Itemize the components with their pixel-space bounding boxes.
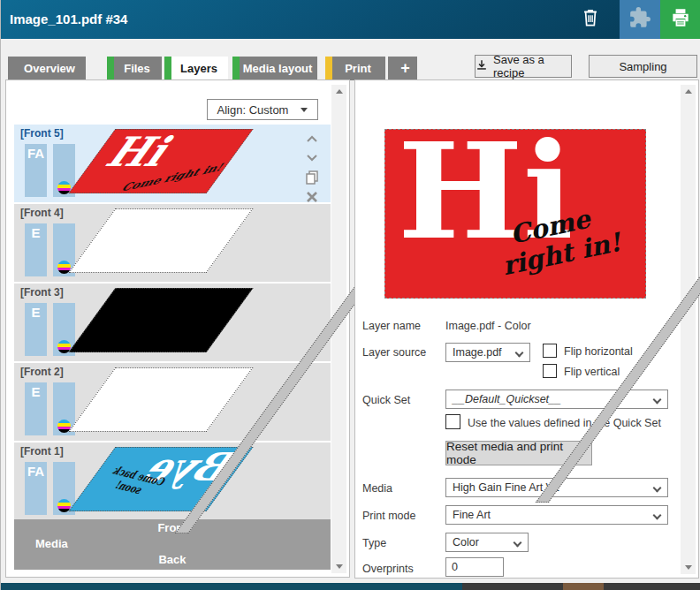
flip-horizontal-checkbox[interactable] [543, 344, 557, 358]
flip-vertical-label: Flip vertical [564, 366, 620, 378]
tab-files[interactable]: Files [107, 57, 162, 80]
add-tab-button[interactable]: + [388, 57, 417, 80]
media-field-label: Media [362, 482, 392, 495]
move-down-icon[interactable] [304, 149, 320, 167]
window-bottom-edge-teal [1, 583, 462, 590]
print-mode-bar: FA [25, 462, 47, 515]
plus-icon: + [395, 59, 410, 78]
tab-files-label: Files [118, 62, 150, 75]
type-value: Color [453, 536, 479, 548]
media-sides-indicator: Front Media Back [14, 519, 331, 570]
align-dropdown[interactable]: Align: Custom [207, 99, 318, 120]
trash-icon [579, 6, 602, 33]
tab-media-layout-label: Media layout [238, 62, 313, 75]
layer-item-front4[interactable]: [Front 4] E [14, 204, 331, 282]
quick-set-select[interactable]: __Default_Quickset__ [445, 390, 668, 409]
layer-name-label: [Front 3] [20, 286, 64, 299]
layer-preview-image: Hi Come right in! [384, 129, 646, 299]
save-as-recipe-button[interactable]: Save as a recipe [475, 55, 572, 78]
back-side-label: Back [14, 553, 331, 566]
layer-name-value: Image.pdf - Color [445, 320, 531, 332]
move-up-icon[interactable] [304, 130, 320, 148]
scroll-up-button[interactable] [681, 85, 696, 98]
printer-icon [669, 6, 692, 33]
front-side-label: Front [14, 521, 331, 534]
plugins-button[interactable] [620, 0, 660, 39]
scroll-up-button[interactable] [331, 85, 346, 98]
use-quickset-label: Use the values defined in the Quick Set [468, 417, 661, 429]
sampling-button[interactable]: Sampling [589, 55, 697, 78]
chevron-down-icon [653, 511, 662, 520]
print-button[interactable] [660, 0, 700, 39]
layer-name-label: [Front 5] [20, 127, 64, 140]
delete-job-button[interactable] [568, 0, 612, 39]
overprints-input[interactable] [445, 557, 504, 577]
tab-status-stripe [325, 57, 332, 80]
thumbnail-headline: Hi [96, 129, 185, 176]
layer-source-value: Image.pdf [453, 346, 502, 359]
application-window: Image_101.pdf #34 [0, 0, 700, 590]
print-mode-label: Print mode [362, 510, 415, 522]
tab-status-stripe [232, 57, 240, 80]
overprints-label: Overprints [362, 563, 414, 575]
tab-media-layout[interactable]: Media layout [232, 57, 317, 80]
layer-thumbnail[interactable]: Hi Come right in! [68, 129, 253, 193]
print-mode-badge: FA [25, 146, 47, 161]
tab-layers-label: Layers [175, 62, 217, 75]
layer-item-front5[interactable]: [Front 5] FA Hi Come right in! [14, 125, 331, 202]
print-mode-bar: E [25, 223, 47, 276]
layer-source-select[interactable]: Image.pdf [445, 343, 530, 362]
print-mode-value: Fine Art [453, 509, 491, 521]
window-title: Image_101.pdf #34 [10, 0, 127, 39]
use-quickset-checkbox[interactable] [445, 414, 460, 429]
print-mode-badge: FA [25, 464, 47, 479]
tab-print-label: Print [339, 62, 371, 75]
layer-thumbnail[interactable] [68, 367, 253, 432]
tab-status-stripe [107, 57, 114, 80]
save-download-icon [476, 59, 488, 74]
tab-layers[interactable]: Layers [164, 57, 228, 80]
print-mode-badge: E [25, 225, 47, 240]
tab-status-stripe [164, 57, 171, 80]
layer-name-field-label: Layer name [362, 320, 421, 332]
chevron-down-icon [653, 484, 662, 493]
quick-set-label: Quick Set [362, 394, 410, 406]
scroll-down-button[interactable] [331, 560, 346, 573]
chevron-down-icon [514, 539, 522, 548]
print-mode-bar: E [25, 382, 47, 435]
sampling-label: Sampling [619, 60, 666, 73]
layer-source-label: Layer source [362, 346, 426, 359]
tab-overview[interactable]: Overview [8, 57, 86, 80]
window-bottom-edge-accent [563, 583, 604, 590]
title-bar: Image_101.pdf #34 [1, 0, 700, 39]
save-as-recipe-label: Save as a recipe [493, 53, 571, 79]
duplicate-icon[interactable] [304, 169, 320, 186]
delete-layer-icon[interactable] [304, 188, 320, 206]
layer-name-label: [Front 4] [20, 207, 64, 219]
dropdown-arrow-icon [301, 108, 308, 112]
chevron-down-icon [515, 349, 524, 358]
chevron-down-icon [653, 396, 662, 405]
layers-scrollbar[interactable] [331, 85, 346, 573]
layer-name-label: [Front 1] [20, 445, 64, 458]
details-scrollbar[interactable] [681, 85, 696, 574]
layer-thumbnail[interactable] [68, 288, 253, 352]
print-mode-badge: E [25, 384, 47, 399]
layers-list-panel: Align: Custom [Front 5] FA Hi Come right… [5, 79, 350, 578]
layer-item-front3[interactable]: [Front 3] E [14, 284, 331, 361]
layer-details-panel: Hi Come right in! Layer name Image.pdf -… [354, 79, 699, 579]
align-dropdown-value: Align: Custom [217, 103, 289, 117]
flip-vertical-checkbox[interactable] [543, 364, 557, 378]
scroll-down-button[interactable] [681, 561, 696, 574]
type-label: Type [362, 537, 386, 549]
tab-overview-label: Overview [19, 62, 75, 75]
quick-set-value: __Default_Quickset__ [453, 393, 561, 405]
layer-item-front1[interactable]: [Front 1] FA Bye Come back soon! [14, 442, 331, 520]
layer-thumbnail[interactable] [68, 208, 253, 273]
print-mode-bar: FA [25, 144, 47, 197]
print-mode-bar: E [25, 303, 47, 356]
print-mode-select[interactable]: Fine Art [445, 505, 668, 525]
tab-print[interactable]: Print [325, 57, 385, 80]
print-mode-badge: E [25, 305, 47, 320]
type-select[interactable]: Color [445, 533, 529, 552]
